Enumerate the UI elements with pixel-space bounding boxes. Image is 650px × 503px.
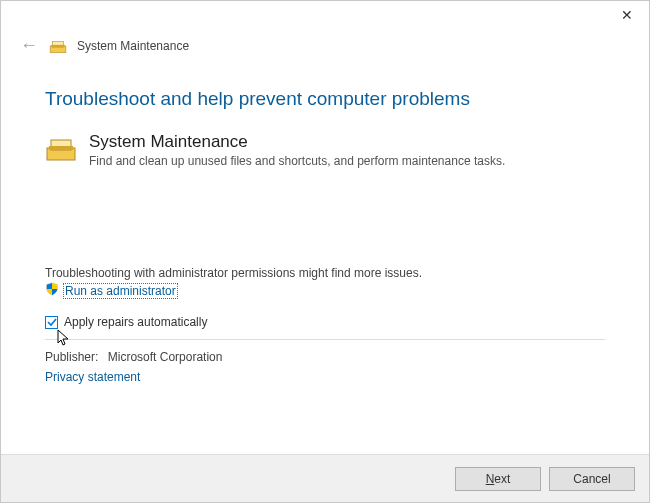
header-title: System Maintenance (77, 39, 189, 53)
titlebar: ✕ (1, 1, 649, 31)
section-description: Find and clean up unused files and short… (89, 154, 505, 168)
cancel-button[interactable]: Cancel (549, 467, 635, 491)
divider (45, 339, 605, 340)
publisher-label: Publisher: (45, 350, 98, 364)
apply-repairs-row: Apply repairs automatically (45, 315, 605, 329)
close-button[interactable]: ✕ (604, 1, 649, 29)
section-title: System Maintenance (89, 132, 505, 152)
next-button[interactable]: Next (455, 467, 541, 491)
toolbox-icon (45, 132, 77, 164)
publisher-row: Publisher: Microsoft Corporation (45, 350, 605, 364)
svg-rect-5 (49, 146, 73, 150)
maintenance-icon (49, 37, 67, 55)
content: Troubleshoot and help prevent computer p… (1, 66, 649, 384)
page-title: Troubleshoot and help prevent computer p… (45, 88, 605, 110)
header: ← System Maintenance (1, 31, 649, 66)
run-as-admin-link[interactable]: Run as administrator (63, 283, 178, 299)
apply-repairs-label: Apply repairs automatically (64, 315, 207, 329)
close-icon: ✕ (621, 7, 633, 23)
button-bar: Next Cancel (1, 454, 649, 502)
publisher-value: Microsoft Corporation (108, 350, 223, 364)
svg-rect-2 (51, 44, 65, 46)
troubleshooter-section: System Maintenance Find and clean up unu… (45, 132, 605, 168)
admin-note: Troubleshooting with administrator permi… (45, 266, 605, 280)
apply-repairs-checkbox[interactable] (45, 316, 58, 329)
privacy-link[interactable]: Privacy statement (45, 370, 140, 384)
back-arrow-icon[interactable]: ← (19, 35, 39, 56)
admin-link-row: Run as administrator (45, 282, 605, 299)
shield-icon (45, 282, 59, 299)
